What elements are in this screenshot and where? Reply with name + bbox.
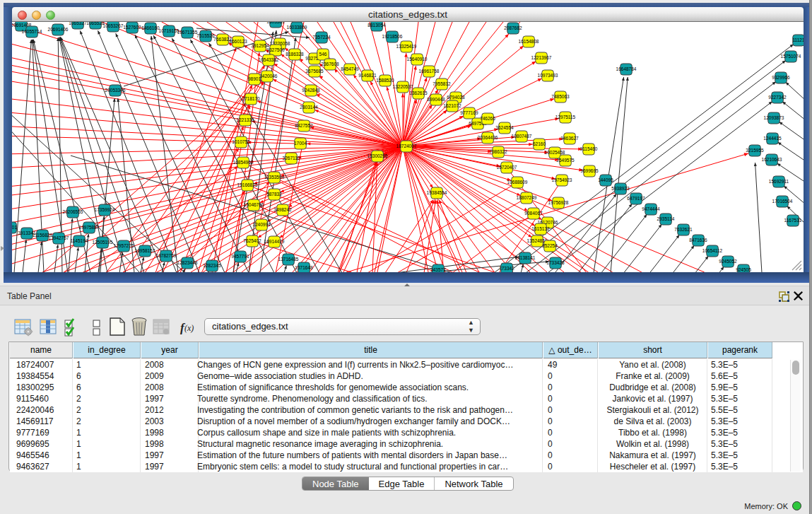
- svg-text:144095: 144095: [598, 177, 613, 182]
- svg-text:16961758: 16961758: [419, 69, 440, 74]
- svg-text:10653267: 10653267: [103, 23, 124, 28]
- svg-text:10807487: 10807487: [512, 134, 532, 139]
- svg-text:13220537: 13220537: [393, 84, 413, 89]
- svg-text:10958157: 10958157: [135, 248, 155, 253]
- svg-text:5938923: 5938923: [611, 186, 630, 191]
- svg-text:13942757: 13942757: [49, 235, 69, 240]
- svg-text:1167531: 1167531: [784, 218, 802, 223]
- svg-text:6479197: 6479197: [627, 196, 645, 201]
- svg-text:7632621: 7632621: [674, 227, 693, 232]
- svg-text:2718170: 2718170: [242, 96, 260, 101]
- svg-text:17957275: 17957275: [114, 243, 134, 248]
- svg-text:98901: 98901: [248, 76, 261, 81]
- svg-text:16854962: 16854962: [233, 160, 254, 165]
- svg-text:8427552: 8427552: [295, 123, 313, 128]
- svg-text:20691406: 20691406: [48, 27, 69, 32]
- svg-text:19166825: 19166825: [237, 182, 258, 187]
- svg-text:13716485: 13716485: [278, 257, 299, 262]
- svg-text:9242848: 9242848: [302, 88, 320, 93]
- svg-text:2087682: 2087682: [504, 25, 522, 30]
- svg-text:14138141: 14138141: [515, 255, 536, 260]
- svg-text:10025458: 10025458: [545, 150, 565, 155]
- svg-text:12823448: 12823448: [177, 260, 198, 265]
- svg-text:3675685: 3675685: [305, 69, 324, 74]
- svg-text:9245052: 9245052: [719, 259, 737, 264]
- svg-text:15692911: 15692911: [769, 179, 789, 184]
- svg-text:95001: 95001: [12, 225, 17, 230]
- svg-text:12975115: 12975115: [555, 115, 576, 119]
- svg-text:10688609: 10688609: [507, 180, 528, 185]
- svg-text:11353594: 11353594: [264, 175, 285, 180]
- svg-text:20364436: 20364436: [478, 135, 498, 140]
- svg-text:1065528: 1065528: [86, 22, 105, 25]
- svg-text:16543382: 16543382: [259, 57, 279, 62]
- svg-text:13325419: 13325419: [396, 44, 417, 49]
- svg-text:1282345: 1282345: [203, 263, 221, 268]
- svg-text:8813054: 8813054: [367, 23, 386, 28]
- svg-text:18300295: 18300295: [367, 153, 388, 158]
- svg-text:14055714: 14055714: [22, 29, 42, 34]
- svg-text:20053346: 20053346: [105, 88, 126, 93]
- svg-text:1145194: 1145194: [71, 238, 88, 243]
- svg-text:7625402: 7625402: [243, 238, 261, 243]
- svg-text:16782759: 16782759: [156, 253, 177, 258]
- svg-text:8454749: 8454749: [341, 66, 359, 71]
- svg-text:10654112: 10654112: [702, 248, 723, 253]
- svg-text:15640910: 15640910: [407, 57, 428, 62]
- svg-text:9777169: 9777169: [460, 110, 478, 115]
- svg-text:8186328: 8186328: [286, 52, 304, 57]
- svg-text:2935114: 2935114: [657, 216, 675, 221]
- svg-text:1733426: 1733426: [546, 260, 565, 265]
- svg-text:546: 546: [319, 52, 327, 57]
- svg-text:3267110: 3267110: [283, 156, 300, 160]
- svg-text:7485063: 7485063: [551, 94, 570, 99]
- svg-text:3215955: 3215955: [746, 148, 764, 153]
- svg-text:2803144: 2803144: [300, 105, 318, 110]
- svg-text:746266: 746266: [480, 116, 495, 121]
- svg-text:9457791: 9457791: [231, 254, 249, 259]
- svg-text:9227342: 9227342: [768, 95, 787, 100]
- svg-text:8990448: 8990448: [427, 97, 445, 102]
- svg-text:12505195: 12505195: [93, 240, 113, 245]
- svg-text:8660123: 8660123: [229, 39, 247, 44]
- svg-text:15751074: 15751074: [781, 54, 801, 59]
- svg-text:16648784: 16648784: [616, 66, 637, 71]
- svg-text:9474444: 9474444: [642, 206, 660, 211]
- svg-text:1603381: 1603381: [266, 22, 285, 24]
- svg-text:8471636: 8471636: [689, 238, 707, 243]
- svg-text:20206555: 20206555: [63, 209, 83, 214]
- svg-text:1244415: 1244415: [763, 136, 782, 141]
- svg-text:1615132: 1615132: [531, 226, 550, 231]
- svg-text:252254: 252254: [542, 243, 558, 248]
- svg-text:173342: 173342: [499, 266, 514, 271]
- svg-text:7955812: 7955812: [433, 81, 451, 86]
- svg-text:9115460: 9115460: [580, 146, 598, 151]
- svg-text:924505: 924505: [736, 267, 751, 272]
- svg-text:19754923: 19754923: [552, 177, 572, 182]
- svg-text:19975887: 19975887: [79, 225, 100, 230]
- svg-text:9329966: 9329966: [772, 75, 790, 80]
- svg-text:15720407: 15720407: [497, 165, 517, 170]
- svg-text:10671355: 10671355: [177, 30, 198, 35]
- svg-text:12213967: 12213967: [531, 55, 552, 60]
- svg-text:1240994: 1240994: [252, 222, 271, 227]
- svg-text:17359924: 17359924: [95, 207, 115, 212]
- svg-text:9084067: 9084067: [524, 211, 543, 216]
- svg-text:9699695: 9699695: [580, 168, 599, 173]
- svg-text:943577: 943577: [430, 267, 446, 272]
- svg-text:18807249: 18807249: [517, 195, 537, 200]
- svg-text:11121: 11121: [792, 37, 804, 42]
- svg-text:19218506: 19218506: [382, 34, 403, 39]
- svg-text:15046766: 15046766: [244, 202, 264, 207]
- svg-text:3498242: 3498242: [273, 207, 292, 212]
- svg-text:1371648: 1371648: [295, 265, 313, 270]
- svg-text:10719155: 10719155: [159, 28, 180, 33]
- svg-text:7515526: 7515526: [196, 33, 215, 38]
- svg-text:16210643: 16210643: [762, 157, 782, 162]
- svg-text:1527602: 1527602: [123, 25, 141, 30]
- svg-text:(x): (x): [184, 323, 194, 333]
- svg-text:1010755: 1010755: [232, 139, 250, 144]
- svg-text:7357224: 7357224: [312, 35, 331, 40]
- svg-text:16154808: 16154808: [519, 39, 539, 44]
- svg-text:18724007: 18724007: [396, 144, 417, 148]
